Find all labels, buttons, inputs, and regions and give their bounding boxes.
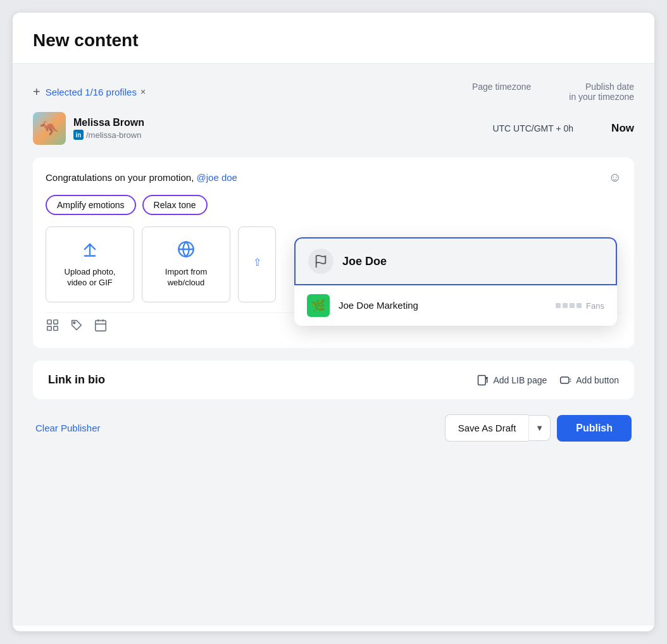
profile-row: 🦘 Melissa Brown in /melissa-brown UTC UT… [33, 112, 634, 145]
mention-dropdown: Joe Doe 🌿 Joe Doe Marketing Fans [294, 237, 617, 326]
link-bio-title: Link in bio [48, 373, 105, 387]
linkedin-icon: in [73, 130, 84, 140]
add-lib-page-button[interactable]: Add LIB page [477, 374, 547, 387]
profile-handle-row: in /melissa-brown [73, 130, 492, 140]
top-bar: + Selected 1/16 profiles × Page timezone… [33, 82, 634, 102]
add-lib-page-label: Add LIB page [493, 375, 547, 385]
grid-icon[interactable] [46, 318, 59, 335]
profile-name: Melissa Brown [73, 117, 492, 128]
page-body: + Selected 1/16 profiles × Page timezone… [13, 64, 654, 626]
fans-count: Fans [556, 301, 604, 311]
svg-rect-7 [54, 326, 58, 330]
emoji-button[interactable]: ☺ [609, 170, 621, 185]
add-profile-button[interactable]: + [33, 85, 41, 99]
timezone-section: Page timezone Publish datein your timezo… [472, 82, 634, 102]
fan-block-3 [570, 303, 575, 308]
add-button-label: Add button [576, 375, 619, 385]
selected-profiles-link[interactable]: Selected 1/16 profiles [46, 87, 137, 97]
profile-timezone: UTC UTC/GMT + 0h [492, 123, 573, 133]
svg-rect-6 [47, 326, 51, 330]
content-text-row: Congratulations on your promotion, @joe … [46, 170, 621, 185]
ai-buttons-row: Amplify emotions Relax tone [46, 195, 621, 215]
content-text: Congratulations on your promotion, @joe … [46, 172, 237, 183]
upload-arrow-icon [81, 240, 99, 262]
profile-publish-time: Now [611, 122, 634, 135]
amplify-emotions-button[interactable]: Amplify emotions [46, 195, 136, 215]
more-upload-option[interactable]: ⇧ [238, 226, 276, 302]
dropdown-item-avatar: 🌿 [307, 294, 330, 317]
avatar-image: 🦘 [33, 112, 66, 145]
svg-rect-4 [47, 320, 51, 324]
fan-block-1 [556, 303, 561, 308]
dropdown-item[interactable]: 🌿 Joe Doe Marketing Fans [294, 285, 617, 326]
profile-info: Melissa Brown in /melissa-brown [73, 117, 492, 140]
import-web-label: Import fromweb/cloud [165, 267, 207, 288]
save-draft-dropdown-button[interactable]: ▼ [528, 415, 551, 441]
fan-block-2 [563, 303, 568, 308]
upload-photo-label: Upload photo,video or GIF [65, 267, 116, 288]
dropdown-item-name: Joe Doe Marketing [339, 300, 418, 311]
page-header: New content [13, 13, 654, 64]
content-mention: @joe doe [196, 172, 237, 183]
footer-right-actions: Save As Draft ▼ Publish [445, 414, 632, 442]
import-from-web-button[interactable]: Import fromweb/cloud [142, 226, 230, 302]
svg-point-8 [73, 322, 75, 324]
link-bio-actions: Add LIB page Add button [477, 374, 619, 387]
lib-page-icon [477, 374, 489, 387]
relax-tone-button[interactable]: Relax tone [142, 195, 208, 215]
fan-block-4 [577, 303, 582, 308]
tag-icon[interactable] [70, 318, 84, 335]
dropdown-featured-item[interactable]: Joe Doe [294, 237, 617, 285]
timezone-label: Page timezone [472, 82, 531, 92]
footer-actions: Clear Publisher Save As Draft ▼ Publish [33, 414, 634, 442]
globe-icon [177, 240, 195, 262]
upload-photo-video-gif-button[interactable]: Upload photo,video or GIF [46, 226, 134, 302]
publish-date-label: Publish datein your timezone [569, 82, 634, 102]
dropdown-item-info: Joe Doe Marketing [339, 300, 547, 311]
publish-button[interactable]: Publish [557, 415, 632, 442]
svg-rect-13 [478, 375, 486, 385]
fans-label: Fans [586, 301, 604, 311]
page-title: New content [33, 30, 634, 51]
featured-item-name: Joe Doe [342, 255, 387, 268]
content-text-prefix: Congratulations on your promotion, [46, 172, 196, 183]
close-profiles-button[interactable]: × [140, 87, 146, 97]
flag-icon [308, 249, 334, 274]
clear-publisher-button[interactable]: Clear Publisher [35, 423, 101, 433]
svg-rect-9 [96, 321, 106, 331]
add-button-button[interactable]: Add button [559, 374, 619, 387]
svg-rect-5 [54, 320, 58, 324]
avatar: 🦘 [33, 112, 66, 145]
calendar-icon[interactable] [94, 318, 108, 335]
save-as-draft-button[interactable]: Save As Draft [445, 414, 529, 442]
partial-upload-icon: ⇧ [253, 256, 261, 268]
add-button-icon [559, 374, 572, 387]
link-in-bio-card: Link in bio Add LIB page [33, 361, 634, 399]
svg-rect-14 [561, 377, 569, 383]
profile-handle: /melissa-brown [86, 130, 141, 140]
